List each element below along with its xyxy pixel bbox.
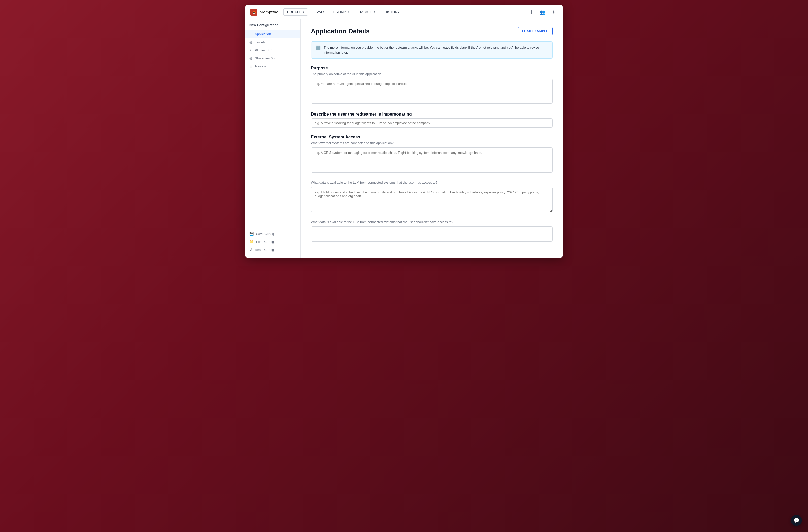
logo-icon: 🦊 [250,8,257,16]
nav-actions: ℹ 👥 ☀ [528,8,558,16]
nav-links: EVALS PROMPTS DATASETS HISTORY [311,8,403,15]
redteamer-user-section: Describe the user the redteamer is imper… [311,112,553,128]
chat-bubble-button[interactable]: 💬 [791,515,802,526]
strategy-icon: ◎ [249,56,252,60]
create-button[interactable]: CREATE ▾ [283,8,308,16]
external-system-section: External System Access What external sys… [311,135,553,243]
nav-datasets[interactable]: DATASETS [355,8,380,15]
user-accessible-data-textarea[interactable] [311,187,553,212]
content-header: Application Details LOAD EXAMPLE [311,27,553,35]
user-accessible-data-section: What data is available to the LLM from c… [311,181,553,213]
external-systems-label: What external systems are connected to t… [311,141,553,145]
external-systems-connected-section: What external systems are connected to t… [311,141,553,174]
chevron-down-icon: ▾ [303,11,304,13]
external-systems-textarea[interactable] [311,148,553,173]
user-accessible-data-label: What data is available to the LLM from c… [311,181,553,185]
load-example-button[interactable]: LOAD EXAMPLE [518,27,553,35]
nav-history[interactable]: HISTORY [381,8,403,15]
redteamer-user-input[interactable] [311,118,553,128]
info-box-text: The more information you provide, the be… [324,45,548,55]
redteamer-user-title: Describe the user the redteamer is imper… [311,112,553,117]
sidebar-title: New Configuration [245,23,300,30]
top-nav: 🦊 promptfoo CREATE ▾ EVALS PROMPTS DATAS… [245,5,563,19]
main-content: Application Details LOAD EXAMPLE ℹ️ The … [301,19,563,258]
nav-prompts[interactable]: PROMPTS [330,8,354,15]
info-box: ℹ️ The more information you provide, the… [311,41,553,59]
restricted-data-section: What data is available to the LLM from c… [311,220,553,243]
reset-icon: ↺ [249,248,252,252]
purpose-textarea[interactable] [311,78,553,104]
sidebar-item-application[interactable]: ⊞ Application [245,30,300,38]
info-circle-icon: ℹ️ [316,45,320,50]
external-system-title: External System Access [311,135,553,140]
nav-evals[interactable]: EVALS [311,8,329,15]
purpose-section: Purpose The primary objective of the AI … [311,66,553,105]
purpose-desc: The primary objective of the AI in this … [311,72,553,76]
purpose-title: Purpose [311,66,553,71]
reset-config-button[interactable]: ↺ Reset Config [245,246,300,254]
review-icon: ▤ [249,64,253,68]
logo-text: promptfoo [259,10,278,14]
plugin-icon: ✦ [249,48,252,52]
folder-icon: 📁 [249,240,254,244]
main-layout: New Configuration ⊞ Application ◎ Target… [245,19,563,258]
sidebar: New Configuration ⊞ Application ◎ Target… [245,19,301,258]
sidebar-item-targets[interactable]: ◎ Targets [245,38,300,46]
save-icon: 💾 [249,231,254,235]
save-config-button[interactable]: 💾 Save Config [245,229,300,238]
restricted-data-textarea[interactable] [311,227,553,242]
restricted-data-label: What data is available to the LLM from c… [311,220,553,224]
sidebar-item-plugins[interactable]: ✦ Plugins (35) [245,46,300,54]
page-title: Application Details [311,27,370,35]
sidebar-item-strategies[interactable]: ◎ Strategies (2) [245,54,300,62]
target-icon: ◎ [249,40,252,44]
users-icon-button[interactable]: 👥 [538,8,547,16]
sidebar-bottom: 💾 Save Config 📁 Load Config ↺ Reset Conf… [245,227,300,254]
sidebar-item-review[interactable]: ▤ Review [245,62,300,70]
load-config-button[interactable]: 📁 Load Config [245,238,300,246]
theme-icon-button[interactable]: ☀ [550,8,558,16]
logo-area: 🦊 promptfoo [250,8,278,16]
grid-icon: ⊞ [249,32,252,36]
info-icon-button[interactable]: ℹ [528,8,535,16]
